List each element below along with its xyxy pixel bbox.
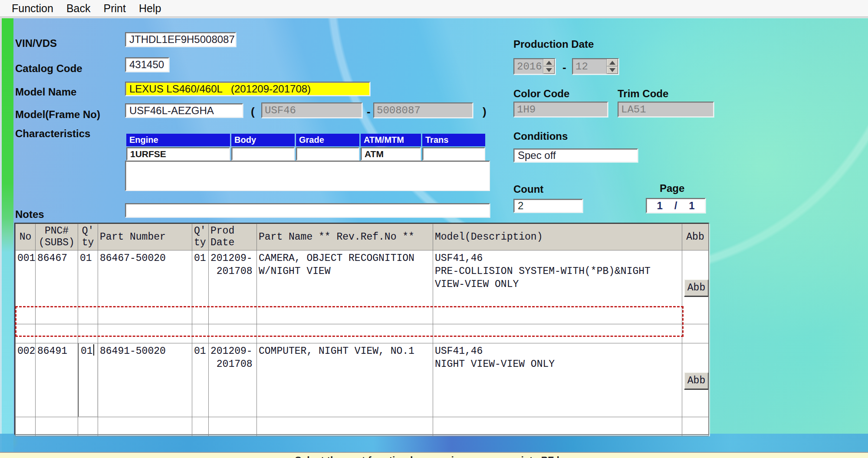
month-spin-up-button[interactable] <box>607 59 618 66</box>
conditions-label: Conditions <box>513 130 568 142</box>
cell-prod-date: 201209- 201708 <box>209 250 257 324</box>
cell-qty2: 01 <box>192 343 209 417</box>
cell-qty: 01 <box>78 250 98 324</box>
col-abb: Abb <box>682 224 709 250</box>
parts-header-row: No PNC# (SUBS) Q' ty Part Number Q' ty P… <box>16 224 709 250</box>
spin-down-icon <box>546 68 552 72</box>
abb-button[interactable]: Abb <box>684 372 709 389</box>
qty-edit-value: 01 <box>81 346 93 357</box>
parts-list: No PNC# (SUBS) Q' ty Part Number Q' ty P… <box>14 223 709 435</box>
cell-model-description: USF41,46 NIGHT VIEW-VIEW ONLY <box>433 343 682 417</box>
qty-edit-input[interactable]: 01 <box>78 343 98 417</box>
col-prod-date: Prod Date <box>209 224 257 250</box>
close-paren-label: ) <box>483 105 487 119</box>
vin-label: VIN/VDS <box>15 37 57 49</box>
count-label: Count <box>513 183 543 195</box>
col-no: No <box>16 224 36 250</box>
page-label: Page <box>660 182 684 194</box>
spin-down-icon <box>609 68 615 72</box>
status-bar: Select the next function by pressing an … <box>0 452 868 458</box>
cell-qty2: 01 <box>192 250 209 324</box>
char-col-engine: Engine <box>126 134 230 146</box>
form-background: VIN/VDS Catalog Code Model Name Model(Fr… <box>0 18 868 452</box>
abb-button[interactable]: Abb <box>684 279 709 297</box>
production-date-label: Production Date <box>513 38 594 50</box>
cell-no: 002 <box>16 343 36 417</box>
menu-function[interactable]: Function <box>5 2 60 15</box>
application-window: Function Back Print Help VIN/VDS Catalog… <box>0 0 868 458</box>
model-name-field[interactable]: LEXUS LS460/460L (201209-201708) <box>125 82 370 96</box>
model-frame-input[interactable]: USF46L-AEZGHA <box>125 103 243 118</box>
model-frame-label: Model(Frame No) <box>15 109 100 121</box>
col-qty: Q' ty <box>78 224 98 250</box>
col-part-name: Part Name ** Rev.Ref.No ** <box>257 224 433 250</box>
cell-part-name: COMPUTER, NIGHT VIEW, NO.1 <box>257 343 433 417</box>
parts-table: No PNC# (SUBS) Q' ty Part Number Q' ty P… <box>15 224 709 436</box>
cell-part-number: 86467-50020 <box>98 250 192 324</box>
menu-back[interactable]: Back <box>60 2 97 15</box>
col-qty2: Q' ty <box>192 224 209 250</box>
vin-input[interactable]: JTHDL1EF9H5008087 <box>125 32 236 47</box>
frame-dash-label: - <box>367 105 371 119</box>
catalog-code-label: Catalog Code <box>15 63 82 75</box>
month-spin-down-button[interactable] <box>607 66 618 74</box>
table-row[interactable]: 001 86467 01 86467-50020 01 201209- 2017… <box>16 250 709 324</box>
table-row-selected[interactable]: 002 86491 01 86491-50020 01 201209- 2017… <box>16 343 709 417</box>
menu-bar: Function Back Print Help <box>0 0 868 17</box>
page-field: 1 / 1 <box>646 198 706 213</box>
production-month-spinner: 12 <box>572 58 619 75</box>
notes-label: Notes <box>15 208 44 221</box>
production-year-value: 2016 <box>514 59 543 74</box>
notes-input[interactable] <box>125 203 490 217</box>
wallpaper-bottom-band <box>0 434 868 452</box>
cell-part-name: CAMERA, OBJECT RECOGNITION W/NIGHT VIEW <box>257 250 433 324</box>
menu-print[interactable]: Print <box>97 2 132 15</box>
page-current: 1 <box>657 200 662 212</box>
char-col-body: Body <box>231 134 295 146</box>
char-col-trans: Trans <box>422 134 485 146</box>
characteristics-detail-box <box>125 161 490 191</box>
cell-no: 001 <box>16 250 36 324</box>
char-col-atm-mtm: ATM/MTM <box>361 134 421 146</box>
menu-help[interactable]: Help <box>132 2 168 15</box>
characteristics-label: Characteristics <box>15 128 90 140</box>
characteristics-table: Engine Body Grade ATM/MTM Trans 1URFSE A… <box>125 133 487 161</box>
conditions-field[interactable]: Spec off <box>513 148 638 162</box>
char-value-body <box>231 147 295 161</box>
date-separator-label: - <box>562 61 566 74</box>
trim-code-field: LA51 <box>618 102 714 117</box>
char-col-grade: Grade <box>296 134 359 146</box>
month-spin-buttons <box>606 59 618 74</box>
frame-serial-field: 5008087 <box>373 102 473 118</box>
year-spin-buttons <box>543 59 555 74</box>
model-name-label: Model Name <box>15 86 76 98</box>
trim-code-label: Trim Code <box>618 88 668 100</box>
col-pnc: PNC# (SUBS) <box>36 224 78 250</box>
cell-pnc: 86467 <box>36 250 78 324</box>
frame-prefix-field: USF46 <box>261 102 362 118</box>
cell-abb: Abb <box>682 343 709 417</box>
text-caret <box>93 344 94 356</box>
spacer-row <box>16 417 709 436</box>
status-message: Select the next function by pressing an … <box>295 455 573 458</box>
char-value-trans <box>422 147 485 161</box>
cell-prod-date: 201209- 201708 <box>209 343 257 417</box>
char-value-atm-mtm: ATM <box>361 147 421 161</box>
cell-abb: Abb <box>682 250 709 324</box>
catalog-code-input[interactable]: 431450 <box>125 57 169 72</box>
production-year-spinner: 2016 <box>513 58 556 75</box>
count-field: 2 <box>513 199 583 213</box>
color-code-field: 1H9 <box>513 102 608 117</box>
cell-qty-editing: 01 <box>78 343 98 417</box>
char-value-grade <box>296 147 359 161</box>
year-spin-down-button[interactable] <box>543 66 555 74</box>
year-spin-up-button[interactable] <box>543 59 555 66</box>
page-separator: / <box>674 200 677 212</box>
cell-part-number: 86491-50020 <box>98 343 192 417</box>
page-total: 1 <box>689 200 694 212</box>
cell-pnc: 86491 <box>36 343 78 417</box>
spin-up-icon <box>546 61 552 65</box>
spacer-row <box>16 324 709 343</box>
col-model-description: Model(Description) <box>433 224 682 250</box>
green-accent-strip <box>2 18 13 452</box>
